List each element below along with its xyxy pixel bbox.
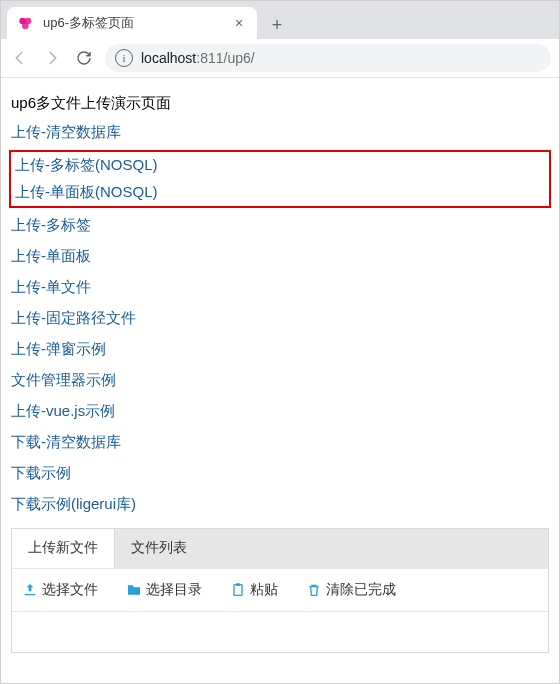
svg-rect-4 [236,583,240,586]
browser-toolbar: i localhost:811/up6/ [1,39,559,78]
close-icon[interactable]: × [231,15,247,31]
new-tab-button[interactable]: + [263,11,291,39]
address-bar[interactable]: i localhost:811/up6/ [105,44,551,72]
svg-rect-3 [234,585,242,596]
upload-tabs: 上传新文件 文件列表 [12,529,548,568]
browser-tab[interactable]: up6-多标签页面 × [7,7,257,39]
upload-icon [22,582,38,598]
demo-link[interactable]: 上传-单面板 [9,241,551,272]
trash-icon [306,582,322,598]
browser-window: up6-多标签页面 × + i localhost:811/up6/ up6多文… [0,0,560,684]
site-info-icon[interactable]: i [115,49,133,67]
forward-button[interactable] [41,47,63,69]
page-content: up6多文件上传演示页面 上传-清空数据库上传-多标签(NOSQL)上传-单面板… [1,78,559,683]
upload-action-bar: 选择文件 选择目录 粘贴 清除已完成 [12,568,548,611]
demo-link[interactable]: 上传-单面板(NOSQL) [13,179,547,206]
clear-done-button[interactable]: 清除已完成 [306,581,396,599]
upload-widget: 上传新文件 文件列表 选择文件 选择目录 粘贴 清除已完成 [11,528,549,653]
reload-button[interactable] [73,47,95,69]
highlight-box: 上传-多标签(NOSQL)上传-单面板(NOSQL) [9,150,551,208]
svg-point-2 [22,22,29,29]
demo-link[interactable]: 上传-多标签 [9,210,551,241]
upload-drop-area[interactable] [12,611,548,652]
tab-title: up6-多标签页面 [43,14,223,32]
favicon-icon [17,14,35,32]
demo-link[interactable]: 上传-vue.js示例 [9,396,551,427]
demo-link[interactable]: 下载-清空数据库 [9,427,551,458]
paste-button[interactable]: 粘贴 [230,581,278,599]
demo-link[interactable]: 文件管理器示例 [9,365,551,396]
url-port: :811 [196,50,223,66]
folder-icon [126,582,142,598]
page-title: up6多文件上传演示页面 [11,94,551,113]
tab-file-list[interactable]: 文件列表 [114,529,548,568]
link-list: 上传-清空数据库上传-多标签(NOSQL)上传-单面板(NOSQL)上传-多标签… [9,117,551,520]
tab-upload-new[interactable]: 上传新文件 [12,529,114,568]
demo-link[interactable]: 上传-固定路径文件 [9,303,551,334]
select-dir-button[interactable]: 选择目录 [126,581,202,599]
demo-link[interactable]: 下载示例 [9,458,551,489]
demo-link[interactable]: 下载示例(ligerui库) [9,489,551,520]
clipboard-icon [230,582,246,598]
url-path: /up6/ [224,50,255,66]
demo-link[interactable]: 上传-单文件 [9,272,551,303]
demo-link[interactable]: 上传-弹窗示例 [9,334,551,365]
back-button[interactable] [9,47,31,69]
tab-strip: up6-多标签页面 × + [1,1,559,39]
url-host: localhost [141,50,196,66]
demo-link[interactable]: 上传-清空数据库 [9,117,551,148]
select-file-button[interactable]: 选择文件 [22,581,98,599]
demo-link[interactable]: 上传-多标签(NOSQL) [13,152,547,179]
